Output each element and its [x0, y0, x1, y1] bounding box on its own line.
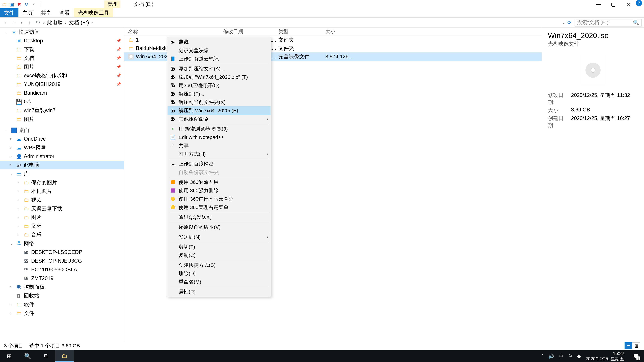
context-menu-item[interactable]: ↗共享 [168, 141, 270, 150]
chevron-down-icon[interactable]: ⌄ [5, 30, 9, 34]
context-menu-item[interactable]: 删除(D) [168, 269, 270, 278]
taskbar[interactable]: ⊞ 🔍 ⧉ 🗀 ˄ 🔊 中 ⚐ ◆ 16:32 2020/12/25, 星期五 … [0, 350, 644, 362]
chevron-right-icon[interactable]: › [18, 224, 22, 228]
sidebar-item-wps[interactable]: ›☁WPS网盘 [0, 143, 124, 152]
search-button[interactable]: 🔍 [18, 350, 37, 362]
sidebar-item-netpc3[interactable]: 🖳PC-20190530OBLA [0, 265, 124, 274]
context-menu-item[interactable]: 🗜解压到当前文件夹(X) [168, 98, 270, 106]
context-menu-item[interactable]: 📘上传到有道云笔记 [168, 55, 270, 63]
chevron-right-icon[interactable]: › [91, 20, 94, 25]
chevron-right-icon[interactable]: › [18, 233, 22, 237]
chevron-down-icon[interactable]: ⌄ [10, 241, 14, 246]
taskbar-clock[interactable]: 16:32 2020/12/25, 星期五 [586, 351, 626, 362]
sidebar-item-pictures-lib[interactable]: ›🗀图片 [0, 213, 124, 222]
nav-history-dropdown[interactable]: ▾ [18, 19, 26, 26]
sidebar-item-thispc[interactable]: ›🖳此电脑 [0, 161, 124, 169]
ime-indicator[interactable]: 中 [559, 353, 564, 359]
context-menu-item[interactable]: 通过QQ发送到 [168, 213, 270, 221]
sidebar-item-netpc2[interactable]: 🖳DESKTOP-NJEU3CG [0, 257, 124, 265]
chevron-right-icon[interactable]: › [10, 163, 14, 167]
sidebar-item-videos[interactable]: ›🗀视频 [0, 196, 124, 204]
undo-icon[interactable]: ↺ [24, 1, 29, 7]
start-button[interactable]: ⊞ [0, 350, 18, 362]
context-menu-item[interactable]: 🗜用360压缩打开(Q) [168, 81, 270, 90]
qat-dropdown-icon[interactable]: ▾ [31, 1, 36, 7]
header-size[interactable]: 大小 [325, 28, 359, 35]
nav-forward-button[interactable]: → [10, 19, 18, 26]
sidebar-item-administrator[interactable]: ›👤Administrator [0, 152, 124, 161]
context-menu-item[interactable]: 重命名(M) [168, 278, 270, 286]
volume-icon[interactable]: 🔊 [548, 354, 554, 359]
desktop-root[interactable]: ⌄🟦桌面 [0, 126, 124, 135]
sidebar-item-savedpics[interactable]: ›🗀保存的图片 [0, 178, 124, 187]
chevron-right-icon[interactable]: › [18, 215, 22, 220]
tab-share[interactable]: 共享 [37, 8, 55, 17]
context-menu-item[interactable]: 🗜其他压缩命令› [168, 115, 270, 123]
sidebar-item-onedrive[interactable]: ›☁OneDrive [0, 135, 124, 143]
sidebar-item-tianyi[interactable]: ›🗀天翼云盘下载 [0, 204, 124, 213]
sidebar-item-libraries[interactable]: ⌄🗃库 [0, 169, 124, 178]
breadcrumb[interactable]: 🖳 › 此电脑 › 文档 (E:) › [33, 19, 94, 26]
header-type[interactable]: 类型 [278, 28, 325, 35]
chevron-down-icon[interactable]: ⌄ [5, 128, 9, 132]
context-menu-item[interactable]: 剪切(T) [168, 243, 270, 251]
header-name[interactable]: 名称 [124, 28, 223, 35]
chevron-down-icon[interactable]: ⌄ [10, 172, 14, 176]
context-menu-item[interactable]: 属性(R) [168, 288, 270, 296]
context-menu-item[interactable]: 复制(C) [168, 251, 270, 259]
chevron-right-icon[interactable]: › [18, 206, 22, 211]
header-date[interactable]: 修改日期 [223, 28, 278, 35]
context-menu-item[interactable]: 🗜添加到 "Win7x64_2020.zip" (T) [168, 73, 270, 81]
sidebar-item-software[interactable]: ›🗀软件 [0, 300, 124, 309]
context-menu-item[interactable]: 还原以前的版本(V) [168, 223, 270, 231]
context-menu-item[interactable]: ◉装载 [168, 38, 270, 46]
maximize-button[interactable]: ▢ [606, 0, 621, 8]
file-list[interactable]: 🗀1 2020/12/15, 星期二 1... 文件夹 🗀BaiduNetdis… [124, 36, 542, 61]
breadcrumb-segment[interactable]: 此电脑 [47, 19, 63, 26]
column-headers[interactable]: 名称 修改日期 类型 大小 [124, 28, 542, 36]
explorer-taskbar-button[interactable]: 🗀 [55, 350, 74, 362]
chevron-right-icon[interactable]: › [18, 180, 22, 185]
context-menu-item[interactable]: 📄Edit with Notepad++ [168, 133, 270, 141]
sidebar-item-netpc1[interactable]: 🖳DESKTOP-LSSOEDP [0, 248, 124, 257]
context-menu-item[interactable]: 🟡使用 360进行木马云查杀 [168, 195, 270, 203]
tab-file[interactable]: 文件 [0, 8, 18, 17]
sidebar-item-excel[interactable]: 🗀excel表格制作求和📌 [0, 71, 124, 80]
sidebar-item-yunqishi[interactable]: 🗀YUNQISHI2019📌 [0, 80, 124, 89]
context-menu-item[interactable]: 🟧使用 360解除占用 [168, 178, 270, 186]
tab-view[interactable]: 查看 [55, 8, 74, 17]
sidebar-item-netpc4[interactable]: 🖳ZMT2019 [0, 274, 124, 283]
context-menu-item[interactable]: 🗜解压到 Win7x64_2020\ (E) [168, 106, 270, 115]
sidebar-item-network[interactable]: ⌄🖧网络 [0, 239, 124, 248]
context-menu-item[interactable]: 发送到(N)› [168, 233, 270, 241]
context-menu-item[interactable]: 打开方式(H)› [168, 150, 270, 158]
quick-access-root[interactable]: ⌄★快速访问 [0, 28, 124, 36]
breadcrumb-segment[interactable]: 文档 (E:) [69, 19, 89, 26]
sidebar-item-pictures2[interactable]: 🗀图片 [0, 115, 124, 123]
context-menu-item[interactable]: 🟡使用 360管理右键菜单 [168, 203, 270, 212]
delete-icon[interactable]: ✖ [16, 1, 22, 7]
nav-up-button[interactable]: ↑ [26, 19, 33, 26]
system-tray[interactable]: ˄ 🔊 中 ⚐ ◆ 16:32 2020/12/25, 星期五 💬3 [541, 350, 644, 362]
sidebar-item-localphotos[interactable]: ›🗀本机照片 [0, 187, 124, 196]
context-menu-item[interactable]: 刻录光盘映像 [168, 46, 270, 55]
context-menu[interactable]: ◉装载刻录光盘映像📘上传到有道云笔记🗜添加到压缩文件(A)...🗜添加到 "Wi… [167, 37, 271, 297]
chevron-right-icon[interactable]: › [10, 137, 14, 141]
context-menu-item[interactable]: 🗜添加到压缩文件(A)... [168, 64, 270, 73]
context-menu-item[interactable]: 创建快捷方式(S) [168, 261, 270, 269]
context-menu-item[interactable]: 🗜解压到(F)... [168, 90, 270, 98]
address-dropdown-icon[interactable]: ⌄ [562, 20, 565, 25]
sidebar-item-controlpanel[interactable]: ›🛠控制面板 [0, 283, 124, 292]
tray-icon[interactable]: ◆ [577, 354, 581, 359]
sidebar-item-desktop[interactable]: 🖥Desktop📌 [0, 36, 124, 45]
sidebar-item-documents-lib[interactable]: ›🗀文档 [0, 222, 124, 230]
chevron-right-icon[interactable]: › [18, 189, 22, 193]
task-view-button[interactable]: ⧉ [37, 350, 55, 362]
search-icon[interactable]: 🔍 [633, 19, 639, 25]
chevron-right-icon[interactable]: › [10, 311, 14, 316]
tray-icon[interactable]: ⚐ [568, 354, 572, 359]
sidebar-item-documents[interactable]: 🗀文档📌 [0, 54, 124, 62]
sidebar-item-win7reinstall[interactable]: 🗀win7重装win7 [0, 106, 124, 115]
tab-home[interactable]: 主页 [18, 8, 37, 17]
context-menu-item[interactable]: •用 蜂蜜浏览器 浏览(3) [168, 125, 270, 133]
